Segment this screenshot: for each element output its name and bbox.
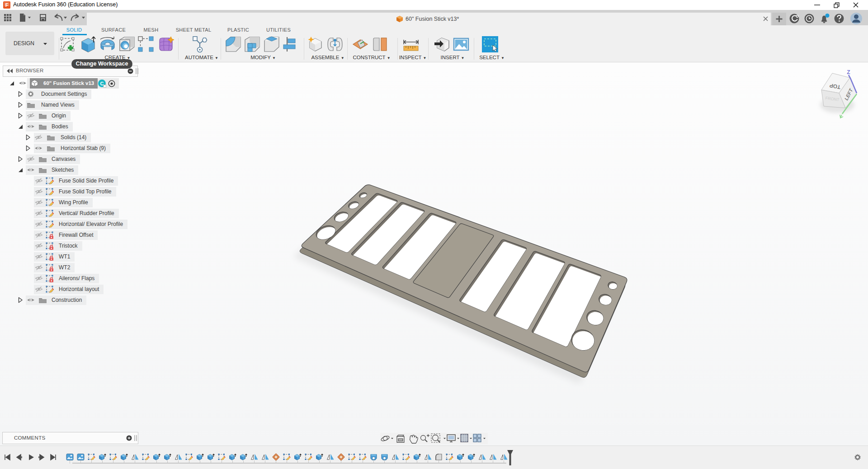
svg-text:F: F [5, 2, 9, 8]
svg-text:Z: Z [847, 69, 850, 75]
svg-text:C: C [100, 81, 104, 86]
